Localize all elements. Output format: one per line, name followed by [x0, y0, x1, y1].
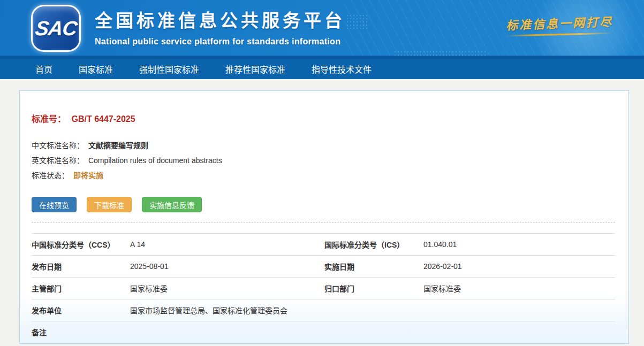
standard-number: 标准号： GB/T 6447-2025 [32, 114, 615, 124]
standard-number-label: 标准号： [32, 114, 66, 124]
standard-fields: 中文标准名称： 文献摘要编写规则 英文标准名称： Compilation rul… [32, 138, 615, 183]
site-header: SAC 全国标准信息公共服务平台 National public service… [0, 0, 644, 56]
sac-logo[interactable]: SAC [31, 5, 81, 52]
dotted-divider [32, 222, 615, 222]
standard-detail-card: 标准号： GB/T 6447-2025 中文标准名称： 文献摘要编写规则 英文标… [19, 90, 629, 344]
issue-date-label: 发布日期 [32, 261, 130, 272]
ccs-label: 中国标准分类号（CCS） [32, 239, 130, 250]
field-en-name: 英文标准名称： Compilation rules of document ab… [32, 153, 615, 168]
site-title-cn: 全国标准信息公共服务平台 [95, 6, 345, 32]
main-nav: 首页 国家标准 强制性国家标准 推荐性国家标准 指导性技术文件 [0, 56, 644, 79]
site-titles: 全国标准信息公共服务平台 National public service pla… [95, 6, 345, 47]
site-title-en: National public service platform for sta… [95, 37, 345, 47]
implementation-feedback-button[interactable]: 实施信息反馈 [142, 197, 202, 212]
slogan-text: 标准信息一网打尽 [505, 12, 613, 33]
table-row: 中国标准分类号（CCS） A 14 国际标准分类号（ICS） 01.040.01 [32, 233, 615, 255]
nav-item-mandatory-standards[interactable]: 强制性国家标准 [139, 63, 199, 75]
table-row: 主管部门 国家标准委 归口部门 国家标准委 [32, 277, 615, 299]
competent-dept-value: 国家标准委 [130, 283, 324, 294]
download-standard-button[interactable]: 下载标准 [87, 197, 132, 212]
centralized-dept-label: 归口部门 [324, 283, 423, 294]
implement-date-value: 2026-02-01 [423, 262, 615, 271]
online-preview-button[interactable]: 在线预览 [32, 197, 77, 212]
remarks-label: 备注 [32, 327, 130, 337]
centralized-dept-value: 国家标准委 [423, 283, 615, 294]
nav-item-recommended-standards[interactable]: 推荐性国家标准 [225, 63, 285, 75]
dot-grid-decoration [346, 14, 368, 29]
nav-item-home[interactable]: 首页 [35, 63, 52, 75]
status-label: 标准状态： [32, 171, 69, 180]
field-status: 标准状态： 即将实施 [32, 168, 615, 183]
action-buttons: 在线预览 下载标准 实施信息反馈 [32, 197, 615, 212]
dot-grid-decoration [393, 50, 487, 56]
status-badge: 即将实施 [73, 171, 103, 180]
publishing-unit-value: 国家市场监督管理总局、国家标准化管理委员会 [130, 305, 615, 316]
competent-dept-label: 主管部门 [32, 283, 130, 294]
en-name-label: 英文标准名称： [32, 156, 84, 165]
sac-logo-text: SAC [34, 17, 78, 40]
nav-item-guiding-documents[interactable]: 指导性技术文件 [312, 63, 372, 75]
implement-date-label: 实施日期 [324, 261, 423, 272]
table-row: 备注 [32, 321, 615, 343]
table-row: 发布单位 国家市场监督管理总局、国家标准化管理委员会 [32, 299, 615, 321]
ccs-value: A 14 [130, 240, 324, 249]
cn-name-label: 中文标准名称： [32, 141, 84, 150]
publishing-unit-label: 发布单位 [32, 305, 130, 316]
issue-date-value: 2025-08-01 [130, 262, 324, 271]
ics-label: 国际标准分类号（ICS） [324, 239, 423, 250]
page-content: 标准号： GB/T 6447-2025 中文标准名称： 文献摘要编写规则 英文标… [0, 79, 644, 344]
slogan-underline [506, 32, 613, 36]
nav-item-national-standards[interactable]: 国家标准 [79, 63, 113, 75]
ics-value: 01.040.01 [423, 240, 615, 249]
en-name-value: Compilation rules of document abstracts [88, 156, 222, 165]
field-cn-name: 中文标准名称： 文献摘要编写规则 [32, 138, 615, 153]
header-slogan: 标准信息一网打尽 [506, 14, 613, 35]
cn-name-value: 文献摘要编写规则 [88, 141, 148, 150]
standard-info-table: 中国标准分类号（CCS） A 14 国际标准分类号（ICS） 01.040.01… [32, 233, 615, 343]
standard-number-value: GB/T 6447-2025 [71, 114, 135, 124]
table-row: 发布日期 2025-08-01 实施日期 2026-02-01 [32, 255, 615, 277]
